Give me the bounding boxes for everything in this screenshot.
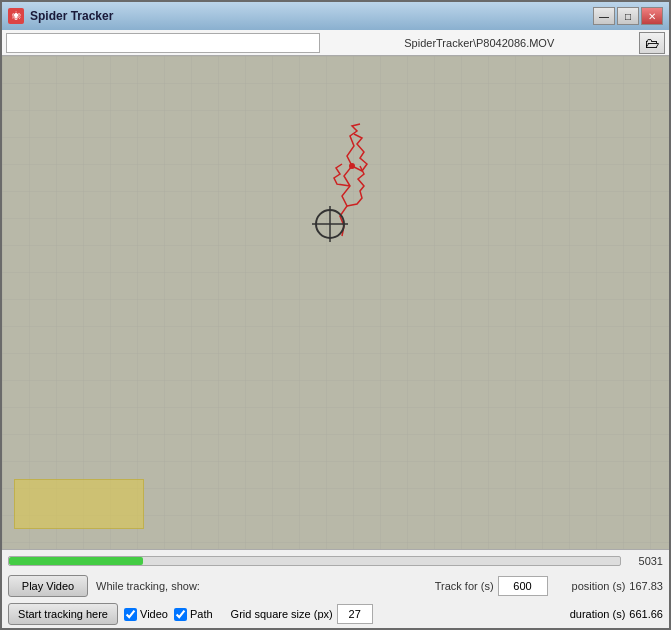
grid-size-label: Grid square size (px) xyxy=(231,608,333,620)
spider-marker xyxy=(310,204,350,244)
file-path-label: SpiderTracker\P8042086.MOV xyxy=(320,37,640,49)
progress-track[interactable] xyxy=(8,556,621,566)
maximize-button[interactable]: □ xyxy=(617,7,639,25)
window-title: Spider Tracker xyxy=(30,9,593,23)
while-tracking-label: While tracking, show: xyxy=(96,580,200,592)
track-for-label: Track for (s) xyxy=(435,580,494,592)
progress-value: 5031 xyxy=(625,555,663,567)
duration-group: duration (s) 661.66 xyxy=(570,608,663,620)
grid-overlay xyxy=(2,56,669,549)
address-bar: SpiderTracker\P8042086.MOV 🗁 xyxy=(2,30,669,56)
position-value: 167.83 xyxy=(629,580,663,592)
progress-row: 5031 xyxy=(2,550,669,572)
video-checkbox-label[interactable]: Video xyxy=(124,608,168,621)
video-area xyxy=(2,56,669,549)
track-for-group: Track for (s) xyxy=(435,576,548,596)
svg-rect-0 xyxy=(2,56,669,549)
video-label: Video xyxy=(140,608,168,620)
controls-row-1: Play Video While tracking, show: Track f… xyxy=(2,572,669,600)
close-button[interactable]: ✕ xyxy=(641,7,663,25)
window-controls: — □ ✕ xyxy=(593,7,663,25)
position-label: position (s) xyxy=(572,580,626,592)
title-bar: 🕷 Spider Tracker — □ ✕ xyxy=(2,2,669,30)
app-icon: 🕷 xyxy=(8,8,24,24)
controls-row-2: Start tracking here Video Path Grid squa… xyxy=(2,600,669,628)
bottom-controls: 5031 Play Video While tracking, show: Tr… xyxy=(2,549,669,628)
folder-button[interactable]: 🗁 xyxy=(639,32,665,54)
duration-label: duration (s) xyxy=(570,608,626,620)
path-checkbox[interactable] xyxy=(174,608,187,621)
address-input[interactable] xyxy=(6,33,320,53)
grid-size-group: Grid square size (px) xyxy=(231,604,373,624)
grid-size-input[interactable] xyxy=(337,604,373,624)
video-checkbox[interactable] xyxy=(124,608,137,621)
position-group: position (s) 167.83 xyxy=(572,580,663,592)
duration-value: 661.66 xyxy=(629,608,663,620)
yellow-region xyxy=(14,479,144,529)
path-checkbox-label[interactable]: Path xyxy=(174,608,213,621)
start-tracking-button[interactable]: Start tracking here xyxy=(8,603,118,625)
track-for-input[interactable] xyxy=(498,576,548,596)
main-window: 🕷 Spider Tracker — □ ✕ SpiderTracker\P80… xyxy=(0,0,671,630)
minimize-button[interactable]: — xyxy=(593,7,615,25)
progress-fill xyxy=(9,557,143,565)
play-button[interactable]: Play Video xyxy=(8,575,88,597)
path-label: Path xyxy=(190,608,213,620)
